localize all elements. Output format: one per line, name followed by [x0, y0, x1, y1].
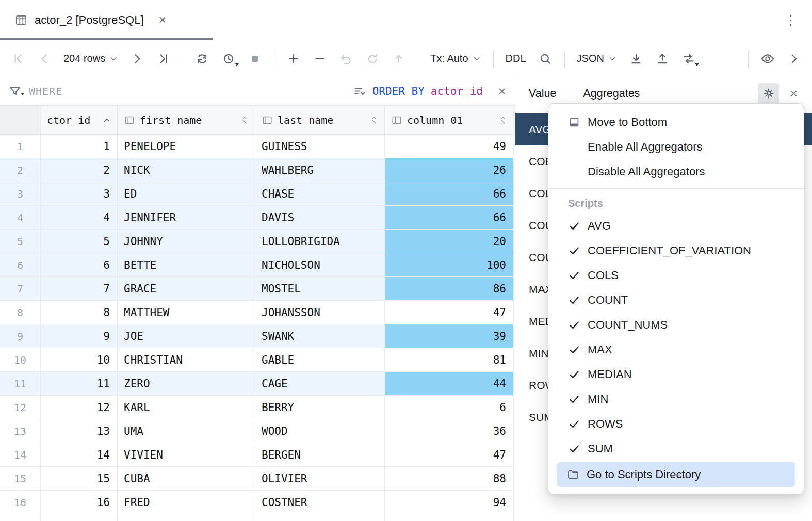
cell-actor-id[interactable]: 2 [41, 158, 118, 182]
cell-first-name[interactable]: CHRISTIAN [118, 348, 255, 372]
add-row-button[interactable] [283, 48, 304, 70]
cell-first-name[interactable]: ED [118, 182, 255, 206]
commit-push-button[interactable] [388, 48, 410, 70]
cell-first-name[interactable]: NICK [118, 158, 255, 182]
more-options-icon[interactable]: ⋮ [779, 12, 802, 28]
cell-first-name[interactable]: FRED [118, 491, 255, 514]
cell-column-01[interactable]: 49 [385, 135, 514, 158]
cell-last-name[interactable]: MOSTEL [255, 277, 385, 301]
next-page-button[interactable] [126, 48, 148, 70]
order-by-column[interactable]: actor_id [431, 85, 483, 97]
row-number[interactable]: 9 [0, 324, 41, 348]
row-number[interactable]: 5 [0, 230, 41, 253]
cell-column-01[interactable]: 36 [385, 419, 514, 443]
menu-script-max[interactable]: MAX [548, 337, 804, 362]
menu-item-go-to-scripts-directory[interactable]: Go to Scripts Directory [557, 462, 795, 487]
cell-actor-id[interactable]: 12 [41, 396, 118, 419]
data-extractor-icon[interactable] [678, 48, 700, 70]
revert-button[interactable] [335, 48, 357, 70]
menu-script-count[interactable]: COUNT [548, 288, 804, 313]
ddl-button[interactable]: DDL [502, 53, 530, 64]
column-header-first-name[interactable]: first_name [118, 106, 255, 135]
cell-actor-id[interactable]: 13 [41, 419, 118, 443]
search-icon[interactable] [534, 48, 556, 70]
order-by-keyword[interactable]: ORDER BY [372, 85, 425, 97]
cell-actor-id[interactable]: 14 [41, 443, 118, 467]
cell-first-name[interactable]: PENELOPE [118, 135, 255, 158]
cell-first-name[interactable]: JOE [118, 324, 255, 348]
cell-actor-id[interactable]: 16 [41, 491, 118, 514]
row-number[interactable]: 6 [0, 253, 41, 277]
last-page-button[interactable] [153, 48, 174, 70]
cell-last-name[interactable]: JOHANSSON [255, 301, 385, 324]
cell-column-01[interactable]: 81 [385, 348, 514, 372]
cell-last-name[interactable]: COSTNER [255, 491, 385, 514]
cell-actor-id[interactable]: 8 [41, 301, 118, 324]
cell-first-name[interactable]: VIVIEN [118, 443, 255, 467]
cell-column-01[interactable]: 47 [385, 301, 514, 324]
sort-lines-icon[interactable] [353, 85, 366, 98]
cell-last-name[interactable]: BERGEN [255, 443, 385, 467]
row-number[interactable]: 11 [0, 372, 41, 396]
gear-icon[interactable] [758, 83, 779, 104]
cell-actor-id[interactable]: 7 [41, 277, 118, 301]
tab-value[interactable]: Value [529, 87, 556, 100]
menu-script-avg[interactable]: AVG [548, 214, 804, 238]
submit-button[interactable] [362, 48, 383, 70]
row-number[interactable]: 12 [0, 396, 41, 419]
cell-last-name[interactable]: CAGE [255, 372, 385, 396]
cell-last-name[interactable]: GABLE [255, 348, 385, 372]
cell-column-01[interactable]: 94 [385, 491, 514, 514]
row-number[interactable]: 1 [0, 135, 41, 158]
panel-close-icon[interactable]: × [788, 87, 800, 100]
row-number[interactable]: 10 [0, 348, 41, 372]
cell-actor-id[interactable]: 15 [41, 467, 118, 491]
cell-first-name[interactable]: GRACE [118, 277, 255, 301]
import-button[interactable] [625, 48, 647, 70]
more-toolbar-chevron-icon[interactable] [783, 48, 805, 70]
filter-funnel-icon[interactable] [8, 85, 22, 98]
row-number[interactable]: 7 [0, 277, 41, 301]
tab-actor-2[interactable]: actor_2 [PostgreSQL] × [10, 0, 170, 40]
cell-actor-id[interactable]: 11 [41, 372, 118, 396]
row-number[interactable]: 14 [0, 443, 41, 467]
menu-item-enable-all[interactable]: Enable All Aggregators [548, 135, 804, 159]
cell-column-01[interactable]: 44 [385, 372, 514, 396]
transaction-mode-dropdown[interactable]: Tx: Auto [427, 53, 484, 64]
cell-column-01[interactable]: 6 [385, 396, 514, 419]
cell-column-01[interactable]: 86 [385, 277, 514, 301]
column-header-column-01[interactable]: column_01 [385, 106, 514, 135]
cell-actor-id[interactable]: 9 [41, 324, 118, 348]
cell-last-name[interactable]: DAVIS [255, 206, 385, 230]
sort-toggle-icon[interactable] [369, 115, 379, 125]
cell-last-name[interactable]: OLIVIER [255, 467, 385, 491]
cell-actor-id[interactable]: 5 [41, 230, 118, 253]
column-header-last-name[interactable]: last_name [255, 106, 385, 135]
cell-last-name[interactable]: WAHLBERG [255, 158, 385, 182]
menu-script-rows[interactable]: ROWS [548, 412, 804, 436]
cell-column-01[interactable]: 26 [385, 158, 514, 182]
cell-actor-id[interactable]: 4 [41, 206, 118, 230]
auto-refresh-clock-button[interactable] [218, 48, 239, 70]
previous-page-button[interactable] [34, 48, 55, 70]
menu-script-coefficient_of_variation[interactable]: COEFFICIENT_OF_VARIATION [548, 238, 804, 263]
row-count-dropdown[interactable]: 204 rows [60, 53, 122, 64]
cell-column-01[interactable]: 39 [385, 324, 514, 348]
tab-close-icon[interactable]: × [159, 13, 167, 26]
cell-first-name[interactable]: KARL [118, 396, 255, 419]
cell-last-name[interactable]: NICHOLSON [255, 253, 385, 277]
row-number[interactable]: 13 [0, 419, 41, 443]
menu-script-cols[interactable]: COLS [548, 263, 804, 288]
menu-script-sum[interactable]: SUM [548, 436, 804, 461]
cell-last-name[interactable]: BERRY [255, 396, 385, 419]
cell-first-name[interactable]: BETTE [118, 253, 255, 277]
column-header-actor-id[interactable]: ctor_id [41, 106, 118, 135]
cell-column-01[interactable]: 100 [385, 253, 514, 277]
export-format-dropdown[interactable]: JSON [573, 53, 621, 64]
cell-last-name[interactable]: CHASE [255, 182, 385, 206]
sort-toggle-icon[interactable] [498, 115, 508, 125]
menu-item-disable-all[interactable]: Disable All Aggregators [548, 159, 804, 184]
first-page-button[interactable] [7, 48, 29, 70]
cell-last-name[interactable]: GUINESS [255, 135, 385, 158]
export-button[interactable] [652, 48, 673, 70]
